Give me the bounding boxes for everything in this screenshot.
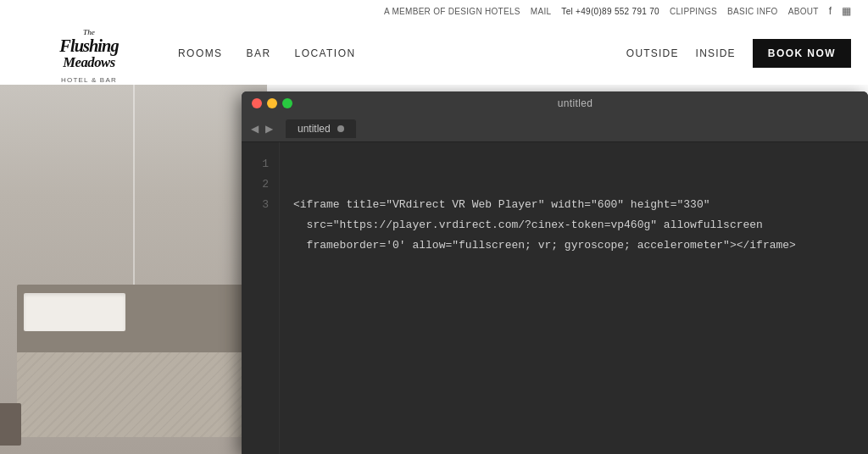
instagram-icon[interactable]: ▦ xyxy=(842,5,851,17)
code-line-2 xyxy=(293,174,854,195)
svg-text:Flushing: Flushing xyxy=(58,36,119,56)
svg-text:Meadows: Meadows xyxy=(62,53,114,69)
nav-location[interactable]: LOcATiON xyxy=(295,47,356,59)
svg-text:The: The xyxy=(83,27,95,36)
right-nav: OUTSIDE INSIDE BOOK NOW xyxy=(626,39,851,68)
nav-arrows: ◀ ▶ xyxy=(248,121,275,136)
mail-link[interactable]: MAIL xyxy=(531,7,552,16)
line-num-2: 2 xyxy=(242,174,269,195)
book-now-button[interactable]: BOOK NOW xyxy=(753,39,851,68)
member-label: A MEMBER OF DESIGN HOTELS xyxy=(384,7,520,16)
logo-svg: The Flushing Meadows xyxy=(30,24,148,75)
logo-subtext: HOTEL & BAR xyxy=(61,76,117,84)
editor-titlebar: untitled xyxy=(242,91,868,115)
tab-name: untitled xyxy=(298,123,331,135)
editor-tab[interactable]: untitled xyxy=(286,119,356,138)
nav-inside[interactable]: INSIDE xyxy=(696,47,736,59)
main-nav: The Flushing Meadows HOTEL & BAR ROOMS B… xyxy=(0,22,868,85)
bed-cover xyxy=(17,352,250,437)
nav-links: ROOMS BAR LOcATiON xyxy=(178,47,356,59)
room-bed xyxy=(17,285,250,437)
code-line-4: src="https://player.vrdirect.com/?cinex-… xyxy=(293,215,854,235)
traffic-light-green[interactable] xyxy=(282,98,292,108)
about-link[interactable]: ABOUT xyxy=(788,7,819,16)
tab-dot xyxy=(337,125,344,132)
facebook-icon[interactable]: f xyxy=(829,5,832,17)
line-num-3: 3 xyxy=(242,195,269,215)
traffic-light-yellow[interactable] xyxy=(267,98,277,108)
editor-title: untitled xyxy=(292,97,858,109)
website-header: A MEMBER OF DESIGN HOTELS MAIL Tel +49(0… xyxy=(0,0,868,85)
bedside-table xyxy=(0,403,21,446)
editor-tabs-bar: ◀ ▶ untitled xyxy=(242,115,868,142)
nav-rooms[interactable]: ROOMS xyxy=(178,47,223,59)
traffic-lights xyxy=(252,98,292,108)
line-numbers: 1 2 3 xyxy=(242,142,280,454)
nav-bar[interactable]: BAR xyxy=(247,47,271,59)
code-line-1 xyxy=(293,154,854,174)
code-line-3: <iframe title="VRdirect VR Web Player" w… xyxy=(293,195,854,215)
room-bg xyxy=(0,85,267,454)
traffic-light-red[interactable] xyxy=(252,98,262,108)
clippings-link[interactable]: CLIPPINGS xyxy=(670,7,717,16)
nav-outside[interactable]: OUTSIDE xyxy=(626,47,679,59)
top-bar: A MEMBER OF DESIGN HOTELS MAIL Tel +49(0… xyxy=(0,0,868,22)
code-line-5: frameborder='0' allow="fullscreen; vr; g… xyxy=(293,235,854,256)
logo-area: The Flushing Meadows HOTEL & BAR xyxy=(17,24,161,84)
bg-content xyxy=(0,85,267,454)
phone-number: Tel +49(0)89 552 791 70 xyxy=(561,7,659,16)
line-num-1: 1 xyxy=(242,154,269,174)
bed-pillow xyxy=(24,293,125,331)
arrow-right[interactable]: ▶ xyxy=(263,121,275,136)
editor-window: untitled ◀ ▶ untitled 1 2 3 <iframe titl… xyxy=(242,91,868,454)
arrow-left[interactable]: ◀ xyxy=(248,121,261,136)
code-area[interactable]: <iframe title="VRdirect VR Web Player" w… xyxy=(280,142,868,454)
basic-info-link[interactable]: BASIC INFO xyxy=(727,7,778,16)
editor-body[interactable]: 1 2 3 <iframe title="VRdirect VR Web Pla… xyxy=(242,142,868,454)
